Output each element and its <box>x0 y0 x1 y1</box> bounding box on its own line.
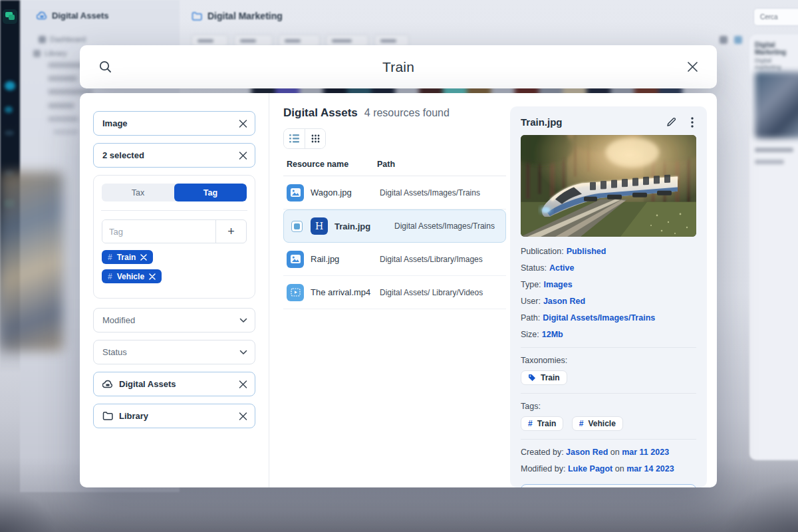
remove-tag-icon[interactable] <box>149 273 156 280</box>
resource-name: Train.jpg <box>334 221 384 231</box>
filters-panel: Image 2 selected Tax Tag + # Train <box>80 93 269 487</box>
library-filter-chip[interactable]: Library <box>93 404 255 428</box>
detail-tag-pill[interactable]: # Vehicle <box>572 416 623 431</box>
taxonomy-label: Train <box>541 373 560 382</box>
background-sidebar-item: Dashboard <box>39 35 86 43</box>
background-sidebar-item <box>48 76 77 81</box>
search-modal-header: Train <box>80 45 717 88</box>
detail-panel: Train.jpg <box>510 106 707 487</box>
detail-tag-label: Train <box>537 419 557 428</box>
segment-tax[interactable]: Tax <box>102 184 174 201</box>
background-sidebar-item: Library <box>33 49 67 57</box>
type-filter-chip[interactable]: Image <box>93 111 255 136</box>
taxonomies-label: Taxonomies: <box>521 356 696 365</box>
resource-name: Wagon.jpg <box>311 188 369 198</box>
field-label: Publication: <box>521 247 564 256</box>
field-label: Type: <box>521 280 541 289</box>
field-label: Status: <box>521 263 547 273</box>
tag-pill[interactable]: # Vehicle <box>102 269 162 283</box>
resource-name: Rail.jpg <box>311 254 369 264</box>
field-value: Published <box>567 247 606 256</box>
library-filter-value: Library <box>119 411 148 421</box>
background-sidebar-item <box>53 130 78 134</box>
background-sidebar-header: Digital Assets <box>37 11 109 21</box>
clear-selected-icon[interactable] <box>239 151 247 160</box>
background-panel-title: Digital Marketing <box>755 41 798 56</box>
tax-tag-segmented-control: Tax Tag <box>102 184 247 201</box>
grid-view-icon <box>311 134 320 143</box>
modified-select[interactable]: Modified <box>93 308 255 332</box>
grid-view-button[interactable] <box>305 129 325 148</box>
created-by-name: Jason Red <box>566 448 608 457</box>
remove-tag-icon[interactable] <box>140 254 147 261</box>
location-filter-chip[interactable]: Digital Assets <box>93 372 255 396</box>
location-filter-value: Digital Assets <box>119 379 176 389</box>
modified-by-name: Luke Pagot <box>568 464 612 473</box>
detail-tag-pill[interactable]: # Train <box>521 416 563 431</box>
table-row-selected[interactable]: H Train.jpg Digital Assets/Images/Trains <box>283 209 506 243</box>
field-label: Size: <box>521 330 539 339</box>
nav-rail-icon <box>5 81 15 90</box>
navigate-to-resource-button[interactable]: Navigate to resource <box>521 484 696 487</box>
table-row[interactable]: The arrival.mp4 Digital Assets/ Library/… <box>283 276 506 309</box>
hash-icon: # <box>108 272 112 281</box>
tag-icon <box>528 374 536 382</box>
tag-editor-card: Tax Tag + # Train # Vehicle <box>93 175 255 299</box>
hash-icon: # <box>528 419 533 428</box>
cloud-icon <box>102 380 113 389</box>
nav-rail-icon <box>5 130 14 136</box>
list-view-icon <box>289 134 299 143</box>
results-count: 4 resources found <box>364 107 450 119</box>
background-sidebar-item <box>48 103 74 108</box>
clear-type-filter-icon[interactable] <box>239 119 247 128</box>
clear-library-icon[interactable] <box>239 412 247 420</box>
image-file-icon <box>287 184 304 201</box>
field-value: Active <box>549 263 575 273</box>
detail-title: Train.jpg <box>521 116 666 128</box>
field-label: User: <box>521 297 541 306</box>
tag-input[interactable] <box>102 220 215 243</box>
background-main-title: Digital Marketing <box>207 11 283 21</box>
column-resource-name: Resource name <box>287 160 366 169</box>
list-view-button[interactable] <box>284 129 305 148</box>
modified-select-label: Modified <box>102 315 135 325</box>
kebab-menu-icon[interactable] <box>691 117 694 128</box>
field-label: Path: <box>521 313 540 323</box>
status-select-label: Status <box>102 347 127 357</box>
table-header: Resource name Path <box>283 157 506 176</box>
table-row[interactable]: Rail.jpg Digital Assets/Library/Images <box>283 243 506 276</box>
row-checkbox[interactable] <box>291 221 303 232</box>
close-icon[interactable] <box>687 61 698 72</box>
clear-location-icon[interactable] <box>239 380 247 388</box>
field-value: 12Mb <box>542 330 563 339</box>
background-thumbnail <box>0 172 63 351</box>
chevron-down-icon <box>239 318 247 323</box>
table-row[interactable]: Wagon.jpg Digital Assets/Images/Trains <box>283 176 506 209</box>
modified-by-line: Modified by: Luke Pagot on mar 14 2023 <box>521 464 696 473</box>
preview-image <box>521 135 696 237</box>
detail-tag-label: Vehicle <box>589 419 616 428</box>
chevron-down-icon <box>239 350 247 355</box>
segment-tag[interactable]: Tag <box>174 184 247 201</box>
tag-pill-label: Vehicle <box>117 272 144 281</box>
folder-icon <box>192 12 202 21</box>
hash-icon: # <box>579 419 584 428</box>
background-sidebar-title: Digital Assets <box>52 11 109 21</box>
results-panel: Digital Assets 4 resources found Resourc… <box>269 93 510 487</box>
tag-pill[interactable]: # Train <box>102 250 153 264</box>
folder-icon <box>102 412 113 420</box>
video-file-icon <box>287 284 304 301</box>
background-view-toggles <box>720 36 742 44</box>
taxonomy-pill[interactable]: Train <box>521 370 567 385</box>
image-file-icon <box>287 251 304 268</box>
add-tag-button[interactable]: + <box>215 220 246 243</box>
tags-selected-chip[interactable]: 2 selected <box>93 143 255 168</box>
background-panel-image <box>755 72 798 138</box>
status-select[interactable]: Status <box>93 340 255 364</box>
tag-pill-label: Train <box>117 253 136 262</box>
results-list: Wagon.jpg Digital Assets/Images/Trains H… <box>283 176 506 309</box>
background-search-input: Cerca <box>753 8 798 26</box>
edit-icon[interactable] <box>666 117 676 128</box>
results-title: Digital Assets <box>283 106 358 120</box>
background-panel-line <box>755 148 793 152</box>
